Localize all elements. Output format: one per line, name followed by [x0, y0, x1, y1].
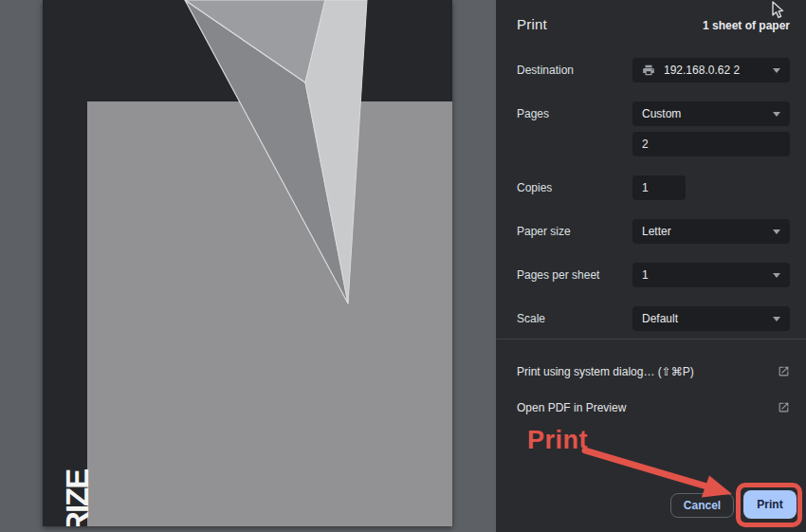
- print-dialog: RIZE Print 1 sheet of paper Destination …: [0, 0, 806, 532]
- system-dialog-link-label: Print using system dialog… (⇧⌘P): [517, 365, 694, 378]
- destination-value: 192.168.0.62 2: [664, 64, 767, 77]
- chevron-down-icon: [773, 112, 780, 117]
- preview-page: RIZE: [43, 0, 452, 526]
- chevron-down-icon: [773, 273, 780, 278]
- pages-custom-input[interactable]: [632, 132, 790, 156]
- open-pdf-link[interactable]: Open PDF in Preview: [517, 400, 790, 414]
- paper-size-label: Paper size: [517, 225, 571, 238]
- print-preview-pane: RIZE: [0, 0, 496, 532]
- scale-label: Scale: [517, 312, 545, 325]
- section-divider: [496, 339, 806, 339]
- scale-select[interactable]: Default: [632, 306, 790, 331]
- pages-per-sheet-label: Pages per sheet: [517, 268, 599, 282]
- poster-spike-graphic: [43, 0, 452, 526]
- printer-icon: [642, 64, 655, 77]
- destination-label: Destination: [517, 64, 574, 77]
- custom-pages-row: [517, 132, 790, 156]
- open-pdf-link-label: Open PDF in Preview: [517, 401, 626, 414]
- cancel-button[interactable]: Cancel: [670, 493, 734, 518]
- pages-value: Custom: [642, 107, 767, 120]
- scale-row: Scale Default: [517, 306, 790, 331]
- chevron-down-icon: [773, 229, 780, 234]
- pages-label: Pages: [517, 107, 549, 120]
- mouse-cursor-icon: [771, 1, 786, 20]
- pages-row: Pages Custom: [517, 101, 790, 126]
- pages-per-sheet-select[interactable]: 1: [632, 263, 790, 287]
- pages-select[interactable]: Custom: [632, 101, 790, 126]
- print-settings-panel: Print 1 sheet of paper Destination 192.1…: [496, 0, 806, 532]
- pages-per-sheet-row: Pages per sheet 1: [517, 263, 790, 287]
- copies-row: Copies: [517, 175, 790, 200]
- chevron-down-icon: [773, 68, 780, 73]
- external-link-icon: [778, 365, 790, 377]
- copies-input[interactable]: [632, 175, 686, 200]
- panel-header: Print 1 sheet of paper: [517, 16, 790, 32]
- system-dialog-link[interactable]: Print using system dialog… (⇧⌘P): [517, 364, 790, 378]
- paper-size-select[interactable]: Letter: [632, 219, 790, 244]
- destination-row: Destination 192.168.0.62 2: [517, 58, 790, 83]
- sheet-count: 1 sheet of paper: [703, 19, 790, 32]
- pages-per-sheet-value: 1: [642, 268, 767, 282]
- paper-size-value: Letter: [642, 225, 767, 238]
- paper-size-row: Paper size Letter: [517, 219, 790, 244]
- destination-select[interactable]: 192.168.0.62 2: [632, 58, 790, 83]
- external-link-icon: [778, 401, 790, 413]
- copies-label: Copies: [517, 181, 552, 194]
- poster-vertical-text: RIZE: [60, 470, 96, 526]
- print-button[interactable]: Print: [743, 490, 797, 519]
- dialog-title: Print: [517, 16, 547, 32]
- chevron-down-icon: [773, 317, 780, 321]
- scale-value: Default: [642, 312, 767, 325]
